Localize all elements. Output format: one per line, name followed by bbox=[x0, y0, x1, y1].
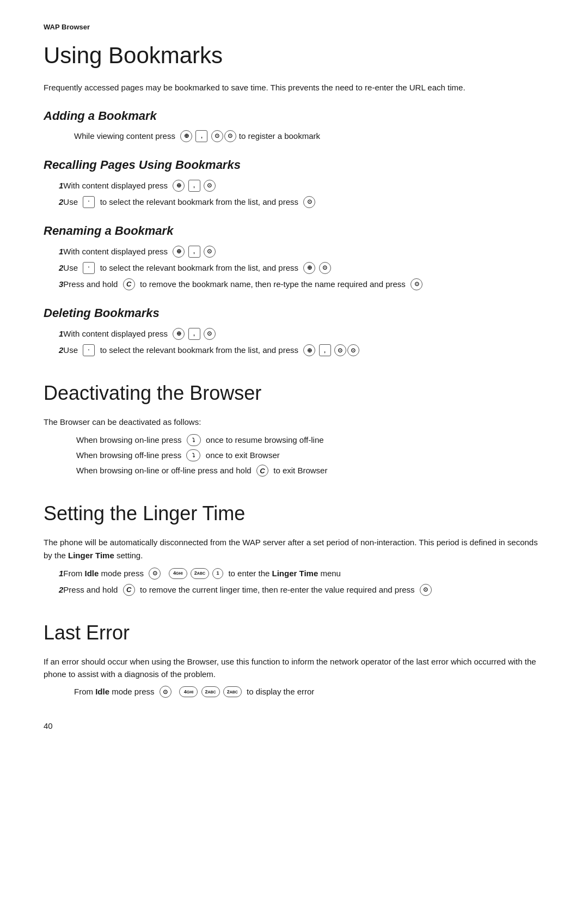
end-key-icon-d2: ⤵ bbox=[186, 449, 200, 461]
linger-item-1: 1 From Idle mode press ⊙ 4GHI 2ABC 1 to … bbox=[44, 567, 544, 580]
deleting-item-1: 1 With content displayed press ⊕ , ⊙ bbox=[44, 327, 544, 340]
last-error-item: From Idle mode press ⊙ 4GHI 2ABC 2ABC to… bbox=[44, 686, 544, 698]
adding-step: While viewing content press ⊕ , ⊙⊙ to re… bbox=[74, 131, 320, 141]
up-icon-d2: ⊙ bbox=[334, 344, 346, 356]
subsection-deleting-title: Deleting Bookmarks bbox=[44, 304, 544, 322]
linger-list: 1 From Idle mode press ⊙ 4GHI 2ABC 1 to … bbox=[44, 567, 544, 596]
c-key-icon-d3: C bbox=[256, 465, 268, 477]
key2b-icon-le: 2ABC bbox=[223, 686, 242, 697]
right-icon-d1: ⊙ bbox=[204, 328, 216, 340]
subsection-recalling-title: Recalling Pages Using Bookmarks bbox=[44, 156, 544, 174]
renaming-list: 1 With content displayed press ⊕ , ⊙ 2 U… bbox=[44, 245, 544, 291]
key4-icon-l1: 4GHI bbox=[169, 568, 187, 579]
section3-title: Setting the Linger Time bbox=[44, 499, 544, 528]
section2-title: Deactivating the Browser bbox=[44, 379, 544, 408]
linger-item-2: 2 Press and hold C to remove the current… bbox=[44, 583, 544, 596]
section4-intro: If an error should occur when using the … bbox=[44, 655, 544, 681]
menu-btn-icon: ⊕ bbox=[180, 130, 192, 142]
deactivate-list: When browsing on-line press ⤵ once to re… bbox=[44, 434, 544, 477]
recalling-item-2: 2 Use ⋅ to select the relevant bookmark … bbox=[44, 196, 544, 209]
deactivate-item-3: When browsing on-line or off-line press … bbox=[76, 464, 544, 477]
deleting-item-2: 2 Use ⋅ to select the relevant bookmark … bbox=[44, 344, 544, 357]
c-key-icon-l2: C bbox=[123, 584, 135, 596]
section1-intro: Frequently accessed pages may be bookmar… bbox=[44, 81, 544, 94]
comma-icon-rn1: , bbox=[188, 246, 200, 258]
section4-title: Last Error bbox=[44, 618, 544, 648]
menu-icon-r1: ⊕ bbox=[173, 180, 185, 192]
right-icon-rn2b: ⊙ bbox=[319, 262, 331, 274]
select-down-icon: ⊙ bbox=[224, 130, 236, 142]
page-number: 40 bbox=[44, 720, 544, 733]
comma-icon-d2: , bbox=[319, 344, 331, 356]
menu-icon-rn1: ⊕ bbox=[173, 246, 185, 258]
section2-intro: The Browser can be deactivated as follow… bbox=[44, 416, 544, 428]
section3-intro: The phone will be automatically disconne… bbox=[44, 536, 544, 562]
nav-sq-icon-d2: ⋅ bbox=[83, 344, 95, 356]
comma-btn-icon: , bbox=[195, 130, 207, 142]
key2a-icon-le: 2ABC bbox=[201, 686, 220, 697]
wap-header: WAP Browser bbox=[44, 22, 544, 33]
subsection-renaming-title: Renaming a Bookmark bbox=[44, 222, 544, 240]
key2-icon-l1: 2ABC bbox=[191, 568, 209, 579]
confirm-icon-rn3: ⊙ bbox=[411, 278, 422, 290]
menu-icon-d1: ⊕ bbox=[173, 328, 185, 340]
recalling-item-1: 1 With content displayed press ⊕ , ⊙ bbox=[44, 179, 544, 192]
nav-sq-icon-rn2: ⋅ bbox=[83, 262, 95, 274]
deactivate-item-1: When browsing on-line press ⤵ once to re… bbox=[76, 434, 544, 447]
comma-icon-d1: , bbox=[188, 328, 200, 340]
right-icon-rn1: ⊙ bbox=[204, 246, 216, 258]
nav-sq-icon-r2: ⋅ bbox=[83, 196, 95, 208]
recalling-list: 1 With content displayed press ⊕ , ⊙ 2 U… bbox=[44, 179, 544, 209]
down-icon-d2: ⊙ bbox=[347, 344, 359, 356]
menu-icon-l1: ⊙ bbox=[149, 568, 161, 580]
renaming-item-1: 1 With content displayed press ⊕ , ⊙ bbox=[44, 245, 544, 258]
renaming-item-3: 3 Press and hold C to remove the bookmar… bbox=[44, 278, 544, 291]
select-up-icon: ⊙ bbox=[211, 130, 223, 142]
comma-icon-r1: , bbox=[188, 180, 200, 192]
deleting-list: 1 With content displayed press ⊕ , ⊙ 2 U… bbox=[44, 327, 544, 357]
confirm-icon-r2: ⊙ bbox=[303, 196, 315, 208]
key4-icon-le: 4GHI bbox=[179, 686, 198, 697]
key1-icon-l1: 1 bbox=[212, 568, 223, 579]
right-icon-r1: ⊙ bbox=[204, 180, 216, 192]
subsection-adding-title: Adding a Bookmark bbox=[44, 107, 544, 125]
menu-icon-le: ⊙ bbox=[160, 686, 171, 698]
end-key-icon-d1: ⤵ bbox=[187, 434, 201, 446]
renaming-item-2: 2 Use ⋅ to select the relevant bookmark … bbox=[44, 261, 544, 275]
menu-icon-rn2: ⊕ bbox=[303, 262, 315, 274]
section1-title: Using Bookmarks bbox=[44, 38, 544, 72]
confirm-icon-l2: ⊙ bbox=[420, 584, 432, 596]
menu-icon-d2: ⊕ bbox=[303, 344, 315, 356]
c-key-icon-rn3: C bbox=[123, 278, 135, 290]
deactivate-item-2: When browsing off-line press ⤵ once to e… bbox=[76, 449, 544, 462]
